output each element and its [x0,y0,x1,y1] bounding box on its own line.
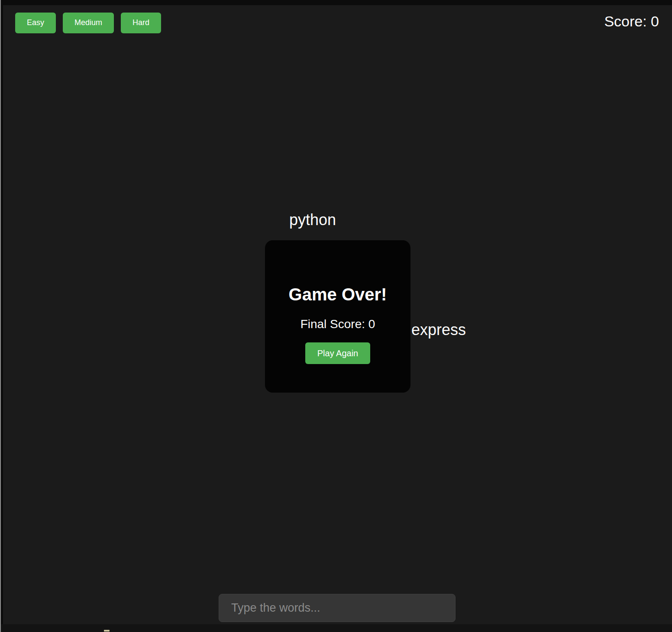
game-over-title: Game Over! [265,284,410,304]
window-frame-top [0,0,672,5]
window-frame-bottom [0,624,672,632]
word-typing-input[interactable] [219,594,456,622]
score-display: Score: 0 [604,13,659,30]
window-frame-left-edge-line [0,0,1,632]
final-score-text: Final Score: 0 [265,317,410,331]
difficulty-easy-button[interactable]: Easy [15,13,56,33]
falling-word-partial [104,630,110,632]
falling-word: python [289,211,336,229]
game-viewport: { "toolbar": { "difficulty_buttons": [ {… [0,0,672,632]
difficulty-medium-button[interactable]: Medium [63,13,114,33]
game-over-modal: Game Over! Final Score: 0 Play Again [265,240,410,393]
play-again-button[interactable]: Play Again [305,342,371,364]
difficulty-button-group: Easy Medium Hard [15,13,161,33]
difficulty-hard-button[interactable]: Hard [121,13,161,33]
falling-word: express [411,321,466,339]
